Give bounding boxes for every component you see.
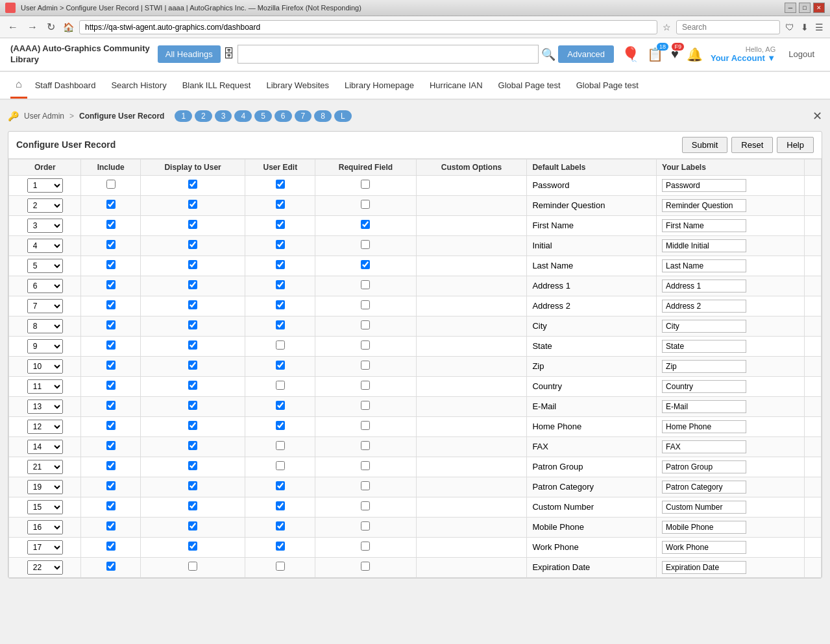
breadcrumb-root[interactable]: User Admin (24, 112, 64, 121)
user_edit-checkbox[interactable] (276, 240, 285, 249)
include-checkbox[interactable] (106, 441, 116, 450)
user_edit-checkbox[interactable] (276, 542, 285, 551)
main-search-input[interactable] (238, 45, 539, 64)
display-checkbox[interactable] (188, 340, 197, 350)
include-checkbox[interactable] (106, 521, 116, 531)
order-select[interactable]: 1234567891011121314151617181920212223242… (27, 400, 63, 414)
required-checkbox[interactable] (361, 542, 370, 551)
display-checkbox[interactable] (188, 200, 197, 209)
nav-staff-dashboard[interactable]: Staff Dashboard (27, 74, 104, 97)
minimize-button[interactable]: ─ (785, 3, 796, 13)
required-checkbox[interactable] (361, 501, 370, 510)
your-label-input[interactable] (662, 481, 746, 494)
order-select[interactable]: 1234567891011121314151617181920212223242… (27, 219, 63, 233)
nav-hurricane[interactable]: Hurricane IAN (422, 74, 491, 97)
your-label-input[interactable] (662, 561, 746, 574)
address-bar[interactable] (79, 20, 657, 34)
required-checkbox[interactable] (361, 300, 370, 309)
submit-button[interactable]: Submit (682, 137, 727, 153)
user_edit-checkbox[interactable] (276, 280, 285, 289)
user_edit-checkbox[interactable] (276, 521, 285, 531)
your-label-input[interactable] (662, 541, 746, 554)
display-checkbox[interactable] (188, 300, 197, 309)
include-checkbox[interactable] (106, 421, 116, 430)
include-checkbox[interactable] (106, 562, 116, 571)
include-checkbox[interactable] (106, 300, 116, 309)
your-label-input[interactable] (662, 239, 746, 252)
display-checkbox[interactable] (188, 320, 197, 329)
your-label-input[interactable] (662, 219, 746, 232)
table-scroll-container[interactable]: Order Include Display to User User Edit … (8, 159, 822, 578)
user_edit-checkbox[interactable] (276, 200, 285, 209)
your-label-input[interactable] (662, 420, 746, 433)
step-pill-3[interactable]: 3 (215, 110, 232, 122)
order-select[interactable]: 1234567891011121314151617181920212223242… (27, 319, 63, 333)
nav-blank-ill[interactable]: Blank ILL Request (175, 74, 259, 97)
required-checkbox[interactable] (361, 562, 370, 571)
order-select[interactable]: 1234567891011121314151617181920212223242… (27, 279, 63, 293)
account-dropdown[interactable]: Your Account ▼ (711, 53, 775, 63)
required-checkbox[interactable] (361, 260, 370, 269)
display-checkbox[interactable] (188, 260, 197, 269)
display-checkbox[interactable] (188, 401, 197, 410)
user_edit-checkbox[interactable] (276, 441, 285, 450)
include-checkbox[interactable] (106, 340, 116, 350)
back-button[interactable]: ← (5, 20, 21, 34)
required-checkbox[interactable] (361, 320, 370, 329)
include-checkbox[interactable] (106, 260, 116, 269)
display-checkbox[interactable] (188, 501, 197, 510)
user_edit-checkbox[interactable] (276, 220, 285, 229)
include-checkbox[interactable] (106, 361, 116, 370)
step-pill-l[interactable]: L (334, 110, 352, 122)
your-label-input[interactable] (662, 340, 746, 353)
include-checkbox[interactable] (106, 180, 116, 189)
order-select[interactable]: 1234567891011121314151617181920212223242… (27, 299, 63, 313)
help-button[interactable]: Help (777, 137, 814, 153)
required-checkbox[interactable] (361, 280, 370, 289)
browser-search-input[interactable] (676, 20, 780, 34)
required-checkbox[interactable] (361, 381, 370, 390)
refresh-button[interactable]: ↻ (44, 19, 58, 34)
your-label-input[interactable] (662, 179, 746, 192)
nav-search-history[interactable]: Search History (103, 74, 174, 97)
step-pill-6[interactable]: 6 (275, 110, 292, 122)
user_edit-checkbox[interactable] (276, 481, 285, 490)
required-checkbox[interactable] (361, 421, 370, 430)
user_edit-checkbox[interactable] (276, 381, 285, 390)
your-label-input[interactable] (662, 259, 746, 272)
include-checkbox[interactable] (106, 542, 116, 551)
display-checkbox[interactable] (188, 280, 197, 289)
database-icon[interactable]: 🗄 (223, 47, 235, 61)
include-checkbox[interactable] (106, 280, 116, 289)
favorites-button[interactable]: ♥ F9 (671, 47, 679, 62)
forward-button[interactable]: → (25, 20, 40, 34)
your-label-input[interactable] (662, 400, 746, 413)
display-checkbox[interactable] (188, 441, 197, 450)
step-pill-2[interactable]: 2 (195, 110, 212, 122)
logout-button[interactable]: Logout (783, 47, 820, 62)
nav-global-page-test-2[interactable]: Global Page test (568, 74, 646, 97)
your-label-input[interactable] (662, 360, 746, 373)
notifications-button[interactable]: 📋 18 (647, 47, 663, 62)
user_edit-checkbox[interactable] (276, 340, 285, 350)
user_edit-checkbox[interactable] (276, 562, 285, 571)
home-nav-icon[interactable]: 🏠 (62, 21, 75, 34)
heading-dropdown[interactable]: All Headings (158, 45, 221, 63)
user_edit-checkbox[interactable] (276, 361, 285, 370)
display-checkbox[interactable] (188, 421, 197, 430)
display-checkbox[interactable] (188, 461, 197, 470)
user_edit-checkbox[interactable] (276, 401, 285, 410)
include-checkbox[interactable] (106, 240, 116, 249)
close-panel-button[interactable]: ✕ (812, 109, 822, 123)
display-checkbox[interactable] (188, 521, 197, 531)
order-select[interactable]: 1234567891011121314151617181920212223242… (27, 259, 63, 273)
your-label-input[interactable] (662, 320, 746, 333)
order-select[interactable]: 1234567891011121314151617181920212223242… (27, 460, 63, 474)
user_edit-checkbox[interactable] (276, 300, 285, 309)
include-checkbox[interactable] (106, 461, 116, 470)
order-select[interactable]: 1234567891011121314151617181920212223242… (27, 198, 63, 213)
required-checkbox[interactable] (361, 461, 370, 470)
required-checkbox[interactable] (361, 441, 370, 450)
maximize-button[interactable]: □ (799, 3, 811, 13)
your-label-input[interactable] (662, 300, 746, 313)
